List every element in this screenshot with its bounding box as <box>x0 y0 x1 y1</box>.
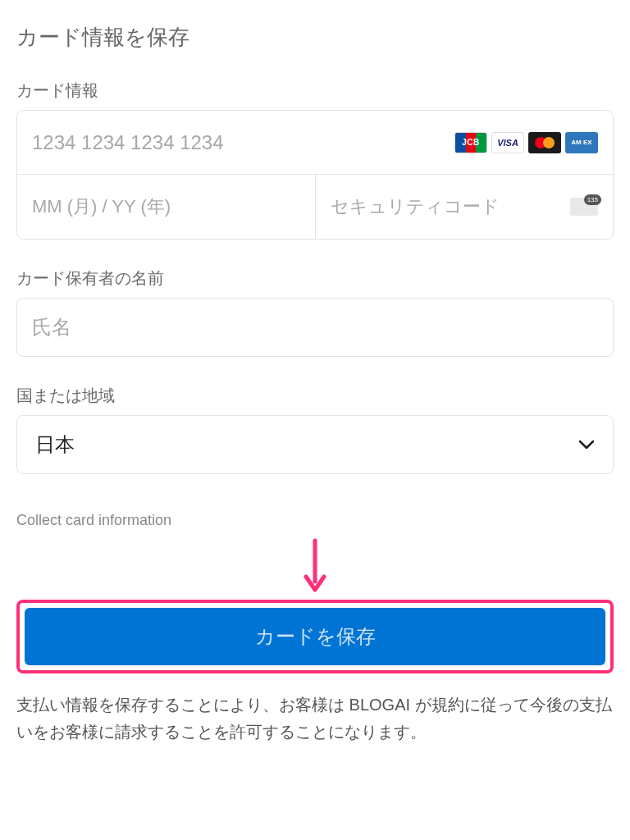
card-fields-group: JCB VISA AM EX <box>16 110 614 240</box>
card-info-label: カード情報 <box>16 80 614 102</box>
visa-icon: VISA <box>491 132 524 153</box>
cardholder-label: カード保有者の名前 <box>16 267 614 290</box>
card-number-input[interactable] <box>32 131 454 154</box>
jcb-icon: JCB <box>454 132 487 153</box>
cardholder-input[interactable] <box>32 316 598 339</box>
save-card-button[interactable]: カードを保存 <box>25 608 605 665</box>
arrow-annotation <box>16 537 614 595</box>
cardholder-field-wrap <box>16 298 614 357</box>
collect-caption: Collect card information <box>16 512 614 529</box>
expiry-input[interactable] <box>32 196 300 217</box>
card-number-row: JCB VISA AM EX <box>17 111 613 175</box>
page-title: カード情報を保存 <box>16 23 614 52</box>
cvc-card-icon <box>570 198 598 216</box>
disclaimer-text: 支払い情報を保存することにより、お客様は BLOGAI が規約に従って今後の支払… <box>16 692 614 746</box>
save-button-highlight: カードを保存 <box>16 600 614 673</box>
chevron-down-icon <box>578 436 595 454</box>
country-value: 日本 <box>35 431 75 458</box>
cvc-input[interactable] <box>331 196 568 217</box>
country-select[interactable]: 日本 <box>16 415 614 474</box>
arrow-down-icon <box>303 537 327 595</box>
amex-icon: AM EX <box>565 132 598 153</box>
mastercard-icon <box>528 132 561 153</box>
country-label: 国または地域 <box>16 385 614 407</box>
card-brand-icons: JCB VISA AM EX <box>454 132 598 153</box>
expiry-cvc-row <box>17 175 613 239</box>
